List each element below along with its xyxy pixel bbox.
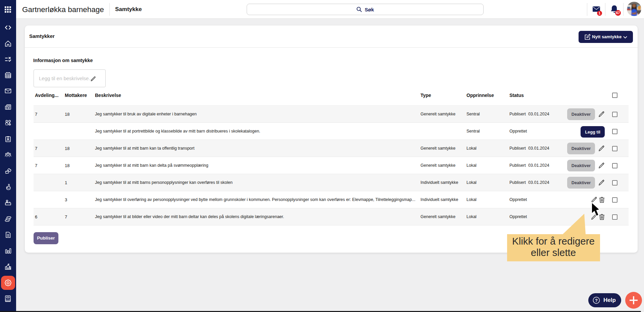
svg-text:?: ? — [595, 298, 598, 303]
svg-text:eller slette: eller slette — [531, 247, 576, 258]
svg-text:Klikk for å redigere: Klikk for å redigere — [512, 236, 595, 247]
